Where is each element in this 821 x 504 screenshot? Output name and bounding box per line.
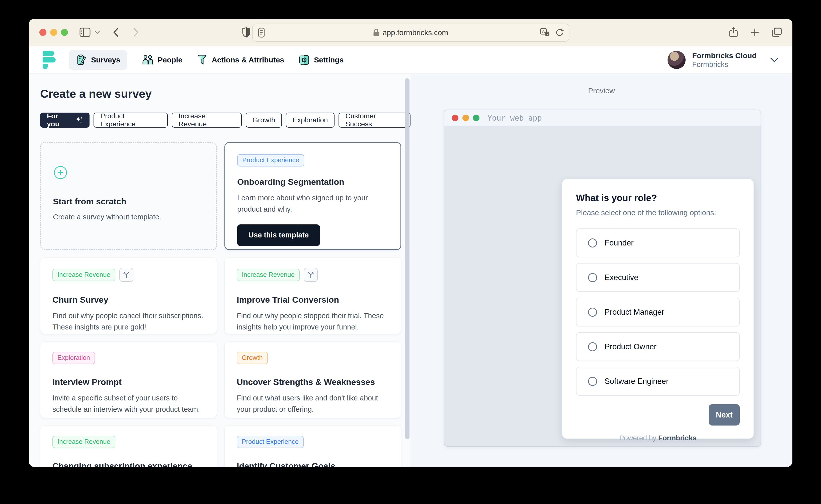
- powered-by-brand: Formbricks: [658, 434, 697, 442]
- address-bar[interactable]: app.formbricks.com A文: [252, 24, 569, 42]
- category-badge: Growth: [237, 352, 268, 364]
- radio-icon: [588, 377, 597, 386]
- card-description: Learn more about who signed up to your p…: [237, 192, 388, 215]
- question-subtitle: Please select one of the following optio…: [576, 208, 740, 217]
- formbricks-logo[interactable]: [43, 51, 56, 69]
- url-text: app.formbricks.com: [383, 28, 448, 37]
- option-product-owner[interactable]: Product Owner: [576, 332, 740, 361]
- reload-icon[interactable]: [555, 28, 564, 37]
- category-badge: Product Experience: [237, 436, 304, 448]
- account-org: Formbricks: [692, 60, 757, 69]
- close-window-button[interactable]: [39, 29, 46, 36]
- category-badge: Increase Revenue: [52, 269, 115, 281]
- plus-circle-icon: [54, 166, 67, 179]
- card-title: Churn Survey: [52, 295, 205, 305]
- filter-chip-customer-success[interactable]: Customer Success: [339, 113, 411, 128]
- filter-chips: For you Product Experience Increase Reve…: [40, 113, 411, 128]
- mockup-close-dot: [452, 115, 458, 121]
- card-description: Create a survey without template.: [53, 211, 204, 223]
- option-software-engineer[interactable]: Software Engineer: [576, 367, 740, 396]
- option-product-manager[interactable]: Product Manager: [576, 298, 740, 326]
- surveys-clipboard-icon: [76, 54, 87, 65]
- tab-overview-icon[interactable]: [772, 28, 782, 37]
- nav-label: Settings: [314, 56, 344, 64]
- question-title: What is your role?: [576, 193, 740, 203]
- mockup-window-title: Your web app: [487, 114, 542, 122]
- translate-icon[interactable]: A文: [540, 28, 550, 37]
- preview-label: Preview: [411, 74, 792, 95]
- card-title: Interview Prompt: [52, 377, 205, 387]
- account-menu[interactable]: Formbricks Cloud Formbricks: [668, 51, 779, 69]
- preview-panel: Preview Your web app What is your role? …: [411, 74, 792, 467]
- use-template-button[interactable]: Use this template: [237, 224, 320, 246]
- card-description: Find out what users like and don't like …: [237, 392, 389, 415]
- category-badge: Increase Revenue: [52, 436, 115, 448]
- template-card-changing-subscription-experience[interactable]: Increase Revenue Changing subscription e…: [40, 426, 217, 467]
- radio-icon: [588, 273, 597, 282]
- page-title: Create a new survey: [40, 87, 411, 101]
- answer-options: Founder Executive Product Manager P: [576, 228, 740, 396]
- zoom-window-button[interactable]: [61, 29, 68, 36]
- scrollbar-thumb[interactable]: [405, 78, 409, 439]
- mockup-zoom-dot: [473, 115, 479, 121]
- category-badge: Product Experience: [237, 154, 304, 166]
- card-title: Changing subscription experience: [52, 461, 205, 467]
- new-tab-icon[interactable]: [750, 28, 759, 37]
- nav-item-surveys[interactable]: Surveys: [69, 50, 127, 70]
- browser-toolbar: app.formbricks.com A文: [29, 19, 792, 46]
- filter-chip-growth[interactable]: Growth: [246, 113, 282, 128]
- category-badge: Increase Revenue: [237, 269, 300, 281]
- mockup-minimize-dot: [462, 115, 469, 121]
- template-card-interview-prompt[interactable]: Exploration Interview Prompt Invite a sp…: [40, 342, 217, 418]
- template-card-identify-customer-goals[interactable]: Product Experience Identify Customer Goa…: [224, 426, 401, 467]
- nav-item-settings[interactable]: Settings: [299, 54, 344, 65]
- minimize-window-button[interactable]: [50, 29, 57, 36]
- lock-icon: [373, 28, 380, 37]
- app-navbar: Surveys People Actions & Attributes Sett…: [29, 46, 792, 74]
- card-description: Find out why people cancel their subscri…: [52, 310, 205, 333]
- card-title: Uncover Strengths & Weaknesses: [237, 377, 389, 387]
- filter-chip-for-you[interactable]: For you: [40, 113, 90, 128]
- next-button[interactable]: Next: [709, 404, 740, 426]
- start-from-scratch-card[interactable]: Start from scratch Create a survey witho…: [40, 142, 217, 250]
- nav-item-people[interactable]: People: [142, 54, 182, 65]
- nav-label: Surveys: [91, 56, 120, 64]
- tab-group-chevron-icon[interactable]: [95, 31, 100, 34]
- powered-by[interactable]: Powered by Formbricks: [576, 434, 740, 442]
- sidebar-toggle-icon[interactable]: [79, 28, 91, 37]
- privacy-shield-icon[interactable]: [242, 27, 251, 38]
- back-button-icon[interactable]: [113, 28, 119, 37]
- svg-text:A: A: [542, 29, 545, 34]
- survey-preview-card: What is your role? Please select one of …: [562, 179, 754, 439]
- chevron-down-icon: [770, 57, 779, 62]
- mockup-header: Your web app: [444, 110, 761, 126]
- template-card-onboarding-segmentation[interactable]: Product Experience Onboarding Segmentati…: [224, 142, 401, 250]
- card-title: Onboarding Segmentation: [237, 177, 388, 187]
- card-description: Find out why people stopped their trial.…: [237, 310, 389, 333]
- share-icon[interactable]: [729, 27, 738, 38]
- option-executive[interactable]: Executive: [576, 263, 740, 292]
- nav-label: People: [158, 56, 182, 64]
- option-founder[interactable]: Founder: [576, 228, 740, 257]
- template-card-uncover-strengths-weaknesses[interactable]: Growth Uncover Strengths & Weaknesses Fi…: [224, 342, 401, 418]
- radio-icon: [588, 238, 597, 247]
- nav-label: Actions & Attributes: [212, 56, 284, 64]
- branching-logic-icon: [304, 268, 318, 282]
- traffic-lights: [39, 29, 68, 36]
- web-app-mockup: Your web app What is your role? Please s…: [444, 110, 761, 447]
- nav-item-actions-attributes[interactable]: Actions & Attributes: [197, 54, 284, 66]
- gear-icon: [299, 54, 310, 65]
- card-title: Start from scratch: [53, 197, 204, 206]
- reader-view-icon[interactable]: [258, 28, 265, 38]
- svg-text:文: 文: [546, 32, 549, 36]
- template-card-churn-survey[interactable]: Increase Revenue Churn Survey Find out w…: [40, 258, 217, 334]
- account-name: Formbricks Cloud: [692, 51, 757, 60]
- template-card-improve-trial-conversion[interactable]: Increase Revenue Improve Trial Conversio…: [224, 258, 401, 334]
- card-title: Improve Trial Conversion: [237, 295, 389, 305]
- radio-icon: [588, 308, 597, 317]
- filter-chip-increase-revenue[interactable]: Increase Revenue: [172, 113, 242, 128]
- filter-chip-product-experience[interactable]: Product Experience: [94, 113, 168, 128]
- filter-chip-exploration[interactable]: Exploration: [286, 113, 335, 128]
- branching-logic-icon: [119, 268, 133, 282]
- forward-button-icon[interactable]: [133, 28, 139, 37]
